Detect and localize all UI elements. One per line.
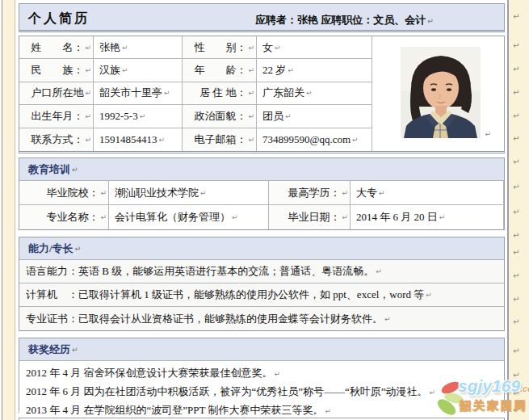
watermark-tld: .com [520,384,529,393]
skill-row-language: 语言能力：英语 B 级，能够运用英语进行基本的交流；普通话、粤语流畅。↵ [19,260,504,284]
skills-section-header: 能力/专长↵ [19,237,504,260]
field-value-school: 潮汕职业技术学院↵ [109,181,269,205]
field-label-text: 最高学历： [288,186,340,200]
watermark-caption: 韶关家园网 [460,399,528,414]
award-line: 2012 年 4 月 宿舍环保创意设计大赛荣获最佳创意奖。↵ [26,364,498,383]
cell-mark-icon: ↵ [248,89,254,97]
paragraph-mark-icon: ↵ [72,346,78,354]
field-value-text: 张艳 [99,40,120,55]
field-value-text: 潮汕职业技术学院 [115,186,199,200]
applicant-info: 应聘者：张艳 应聘职位：文员、会计↵ [255,13,434,27]
cell-mark-icon: ↵ [248,44,254,52]
cell-mark-icon: ↵ [379,189,385,197]
field-label-degree: 最高学历：↵ [269,181,351,205]
field-value-birthdate: 1992-5-3↵ [94,105,183,128]
paragraph-mark-icon: ↵ [325,407,331,415]
field-label-ethnicity: 民 族：↵ [19,59,94,82]
field-label-text: 联系方式： [31,132,83,147]
cell-mark-icon: ↵ [85,136,91,144]
cell-mark-icon: ↵ [122,66,128,74]
paragraph-mark-icon: ↵ [513,158,519,166]
field-value-text: 734899590@qq.com [262,133,351,146]
education-section-header: 教育培训↵ [19,158,504,181]
paragraph-mark-icon: ↵ [513,135,519,143]
education-table: 毕业院校：↵ 潮汕职业技术学院↵ 最高学历：↵ 大专↵ 专业名称：↵ 会计电算化… [19,181,504,229]
paragraph-mark-icon: ↵ [75,245,82,253]
paragraph-mark-icon: ↵ [513,13,519,21]
cell-mark-icon: ↵ [100,189,107,197]
field-label-name: 姓 名：↵ [19,36,94,59]
field-label-text: 姓 名： [31,40,83,55]
resume-page: ↵↵↵↵↵↵↵↵↵↵↵↵↵↵↵↵↵↵ 个人简历 应聘者：张艳 应聘职位：文员、会… [0,0,529,420]
field-label-major: 专业名称：↵ [19,205,109,229]
education-section: 教育培训↵ 毕业院校：↵ 潮汕职业技术学院↵ 最高学历：↵ 大专↵ 专业名称：↵… [19,158,505,230]
field-value-degree: 大专↵ [351,181,504,205]
field-label-registered-residence: 户口所在地↵ [19,82,94,105]
cell-mark-icon: ↵ [85,89,91,97]
skill-text: 专业证书：已取得会计从业资格证书，能够熟练的使用金蝶等会计财务软件。 [26,312,383,326]
award-line: 2012 年 6 月 因为在社团活动中积极活跃，被评为“优秀社员”称号——“秋叶… [26,383,498,401]
field-label-email: 电子邮箱：↵ [183,128,257,151]
field-value-text: 大专 [356,186,377,200]
field-value-phone: 15914854413↵ [94,128,183,151]
field-label-text: 毕业院校： [46,186,99,200]
awards-section: 获奖经历↵ 2012 年 4 月 宿舍环保创意设计大赛荣获最佳创意奖。↵ 201… [19,338,505,413]
field-label-gender: 性 别：↵ [183,36,257,59]
paragraph-mark-icon: ↵ [513,318,519,326]
skill-row-certificate: 专业证书：已取得会计从业资格证书，能够熟练的使用金蝶等会计财务软件。↵ [19,307,504,330]
skills-section: 能力/专长↵ 语言能力：英语 B 级，能够运用英语进行基本的交流；普通话、粤语流… [19,237,505,331]
cell-mark-icon: ↵ [285,112,292,120]
paragraph-mark-icon: ↵ [376,267,382,275]
cell-mark-icon: ↵ [140,112,146,120]
cell-mark-icon: ↵ [164,89,170,97]
field-value-text: 15914854413 [99,133,157,146]
cell-mark-icon: ↵ [352,136,359,144]
paragraph-mark-icon: ↵ [513,347,519,355]
awards-list: 2012 年 4 月 宿舍环保创意设计大赛荣获最佳创意奖。↵ 2012 年 6 … [19,361,504,420]
paragraph-mark-icon: ↵ [513,183,519,191]
field-value-ethnicity: 汉族↵ [94,59,183,82]
field-value-text: 女 [262,40,273,55]
field-value-graduation-date: 2014 年 6 月 20 日↵ [351,205,504,229]
field-value-text: 团员 [262,109,283,124]
field-value-text: 会计电算化（财务管理） [115,210,230,225]
award-text: 2013 年 4 月 在学院组织的“波司登”PPT 制作大赛中荣获三等奖。 [26,404,323,416]
field-label-text: 政治面貌： [194,109,246,124]
field-value-text: 22 岁 [262,63,286,78]
paragraph-mark-icon: ↵ [513,249,519,257]
paragraph-mark-icon: ↵ [513,296,519,304]
paragraph-mark-icon: ↵ [72,166,78,174]
field-value-registered-residence: 韶关市十里亭↵ [94,82,183,105]
paragraph-mark-icon: ↵ [430,388,436,397]
field-value-gender: 女↵ [257,36,372,59]
page-title: 个人简历 [28,10,90,27]
paragraph-mark-icon: ↵ [426,291,432,299]
field-label-residence: 居 住 地：↵ [183,82,257,105]
field-value-name: 张艳↵ [94,36,183,59]
cell-mark-icon: ↵ [439,213,446,221]
paragraph-mark-icon: ↵ [275,370,281,378]
paragraph-mark-icon: ↵ [513,232,519,240]
skill-text: 语言能力：英语 B 级，能够运用英语进行基本的交流；普通话、粤语流畅。 [26,264,374,279]
applicant-photo [401,47,481,138]
field-label-political-status: 政治面貌：↵ [183,105,257,128]
field-value-political-status: 团员↵ [257,105,372,128]
left-page-margin [2,0,15,420]
skill-text: 计算机 ：已取得计算机 1 级证书，能够熟练的使用办公软件，如 ppt、exce… [26,288,424,302]
field-label-text: 居 住 地： [199,86,247,100]
cell-mark-icon: ↵ [248,112,254,120]
field-value-major: 会计电算化（财务管理）↵ [109,205,269,229]
field-label-text: 出生年月： [31,109,83,124]
field-value-text: 韶关市十里亭 [99,86,162,100]
applicant-info-text: 应聘者：张艳 应聘职位：文员、会计 [255,14,426,26]
cell-mark-icon: ↵ [85,66,91,74]
site-watermark: sgjy169.com 韶关家园网 [436,376,529,420]
paragraph-mark-icon: ↵ [384,315,391,323]
cell-mark-icon: ↵ [306,89,313,97]
section-title: 能力/专长 [28,242,73,256]
right-page-margin: ↵↵↵↵↵↵↵↵↵↵↵↵↵↵↵↵↵↵ [507,0,529,420]
cell-mark-icon: ↵ [275,44,281,52]
cell-mark-icon: ↵ [232,213,238,221]
cell-mark-icon: ↵ [342,213,348,221]
paragraph-mark-icon: ↵ [513,89,519,97]
